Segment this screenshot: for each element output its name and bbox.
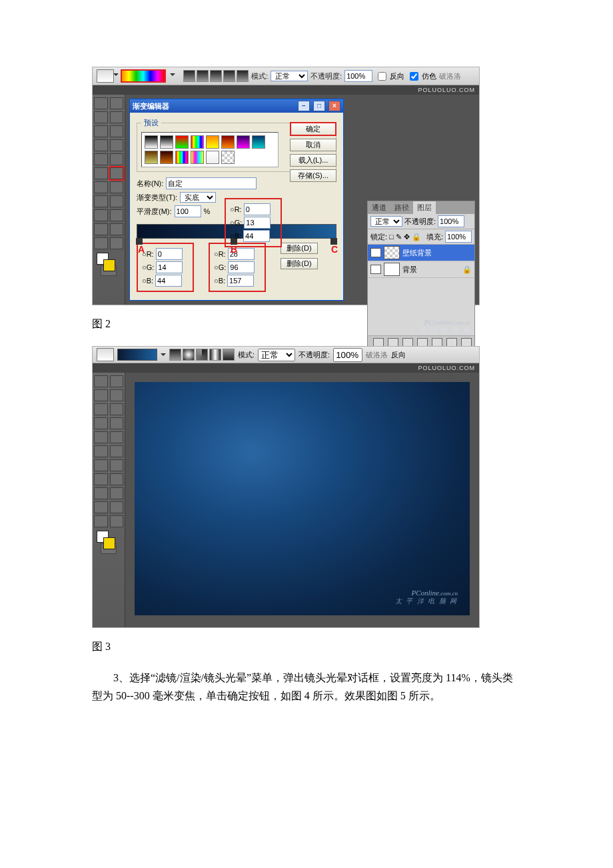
eyedropper-tool-icon[interactable] — [110, 223, 124, 235]
stop-c-b-input[interactable] — [243, 230, 270, 242]
tab-channels[interactable]: 通道 — [368, 201, 390, 214]
blur-tool-icon[interactable] — [94, 459, 108, 471]
stop-c-g-input[interactable] — [244, 217, 271, 229]
zoom-tool-icon[interactable] — [110, 237, 124, 249]
wand-tool-icon[interactable] — [110, 111, 124, 123]
hand-tool-icon[interactable] — [94, 237, 108, 249]
brand-text: 破洛洛 — [439, 71, 461, 81]
layer-opacity-input[interactable] — [438, 215, 464, 227]
blend-mode-select[interactable]: 正常 — [370, 216, 402, 227]
smoothness-label: 平滑度(M): — [137, 207, 172, 217]
eraser-tool-icon[interactable] — [94, 167, 108, 179]
delete-stop-button-1[interactable]: 删除(D) — [281, 243, 318, 254]
dodge-tool-icon[interactable] — [110, 459, 124, 471]
figure-2: 模式: 正常 不透明度: 破洛洛 反向 POLUOLUO.COM — [92, 346, 521, 628]
mode-select[interactable]: 正常 — [258, 349, 295, 361]
stop-a-g-input[interactable] — [156, 261, 183, 273]
visibility-icon[interactable] — [370, 265, 381, 274]
load-button[interactable]: 载入(L)... — [290, 154, 336, 167]
tab-paths[interactable]: 路径 — [390, 201, 413, 214]
reverse-checkbox[interactable]: 反向 — [375, 70, 404, 83]
stop-b-b-input[interactable] — [227, 275, 254, 287]
stop-a-b-input[interactable] — [155, 275, 182, 287]
stamp-tool-icon[interactable] — [94, 153, 108, 165]
canvas[interactable]: PConline.com.cn 太 平 洋 电 脑 网 — [135, 382, 470, 615]
heal-tool-icon[interactable] — [94, 417, 108, 429]
stop-b-g-input[interactable] — [228, 261, 255, 273]
lasso-tool-icon[interactable] — [94, 111, 108, 123]
history-brush-tool-icon[interactable] — [110, 431, 124, 443]
gradient-preview[interactable] — [117, 349, 157, 361]
screenshot-canvas-gradient: 模式: 正常 不透明度: 破洛洛 反向 POLUOLUO.COM — [92, 346, 480, 628]
type-tool-icon[interactable] — [110, 473, 124, 485]
close-icon[interactable]: × — [328, 101, 340, 111]
eyedropper-tool-icon[interactable] — [110, 501, 124, 513]
visibility-icon[interactable] — [370, 248, 381, 257]
opacity-input[interactable] — [333, 348, 362, 362]
gradient-type-select[interactable]: 实底 — [180, 192, 216, 203]
foreground-background-swatch[interactable] — [94, 251, 123, 270]
save-button[interactable]: 存储(S)... — [290, 169, 336, 182]
stop-a-r-input[interactable] — [156, 248, 183, 260]
tool-preset-button[interactable] — [97, 348, 114, 361]
stamp-tool-icon[interactable] — [94, 431, 108, 443]
crop-tool-icon[interactable] — [94, 125, 108, 137]
layer-row-2[interactable]: 背景 🔒 — [368, 261, 474, 278]
tool-preset-button[interactable] — [97, 69, 114, 83]
pen-tool-icon[interactable] — [94, 195, 108, 207]
opacity-input[interactable] — [344, 70, 372, 82]
brush-tool-icon[interactable] — [110, 139, 124, 151]
heal-tool-icon[interactable] — [94, 139, 108, 151]
shape-tool-icon[interactable] — [110, 209, 124, 221]
shape-tool-icon[interactable] — [110, 487, 124, 499]
zoom-tool-icon[interactable] — [110, 515, 124, 527]
move-tool-icon[interactable] — [110, 375, 124, 387]
notes-tool-icon[interactable] — [94, 501, 108, 513]
smoothness-input[interactable] — [175, 205, 201, 217]
layer-row-1[interactable]: 壁纸背景 — [368, 245, 474, 261]
gradient-preview[interactable] — [121, 69, 166, 83]
crop-tool-icon[interactable] — [94, 403, 108, 415]
gradient-dropdown-icon[interactable] — [161, 353, 166, 359]
lock-icons[interactable]: □ ✎ ✥ 🔒 — [389, 233, 421, 241]
gradient-dropdown-icon[interactable] — [169, 72, 175, 80]
type-label: 渐变类型(T): — [137, 193, 177, 203]
gradient-type-buttons[interactable] — [169, 349, 235, 361]
blur-tool-icon[interactable] — [94, 181, 108, 193]
type-tool-icon[interactable] — [110, 195, 124, 207]
stop-c-r-input[interactable] — [244, 203, 271, 215]
gradient-tool-icon[interactable] — [110, 445, 124, 457]
fill-input[interactable] — [445, 231, 472, 243]
layers-tabs[interactable]: 通道 路径 图层 — [368, 201, 474, 214]
gradient-type-buttons[interactable] — [183, 70, 249, 82]
dodge-tool-icon[interactable] — [110, 181, 124, 193]
slice-tool-icon[interactable] — [110, 403, 124, 415]
hand-tool-icon[interactable] — [94, 515, 108, 527]
notes-tool-icon[interactable] — [94, 223, 108, 235]
mode-select[interactable]: 正常 — [271, 71, 308, 81]
dither-checkbox[interactable]: 仿色 — [407, 70, 436, 83]
pen-tool-icon[interactable] — [94, 473, 108, 485]
cancel-button[interactable]: 取消 — [290, 139, 336, 151]
ok-button[interactable]: 确定 — [290, 122, 336, 136]
wand-tool-icon[interactable] — [110, 389, 124, 401]
path-tool-icon[interactable] — [94, 487, 108, 499]
path-tool-icon[interactable] — [94, 209, 108, 221]
preset-grid[interactable] — [141, 132, 279, 167]
slice-tool-icon[interactable] — [110, 125, 124, 137]
gradient-name-input[interactable] — [166, 177, 257, 189]
maximize-icon[interactable]: □ — [313, 101, 325, 111]
mode-label: 模式: — [238, 350, 255, 360]
history-brush-tool-icon[interactable] — [110, 153, 124, 165]
marquee-tool-icon[interactable] — [94, 375, 108, 387]
eraser-tool-icon[interactable] — [94, 445, 108, 457]
foreground-background-swatch[interactable] — [94, 529, 123, 548]
gradient-tool-icon[interactable] — [110, 167, 124, 179]
lasso-tool-icon[interactable] — [94, 389, 108, 401]
brush-tool-icon[interactable] — [110, 417, 124, 429]
minimize-icon[interactable]: – — [298, 101, 310, 111]
delete-stop-button-2[interactable]: 删除(D) — [281, 258, 318, 269]
marquee-tool-icon[interactable] — [94, 97, 108, 109]
move-tool-icon[interactable] — [110, 97, 124, 109]
tab-layers[interactable]: 图层 — [413, 201, 436, 214]
